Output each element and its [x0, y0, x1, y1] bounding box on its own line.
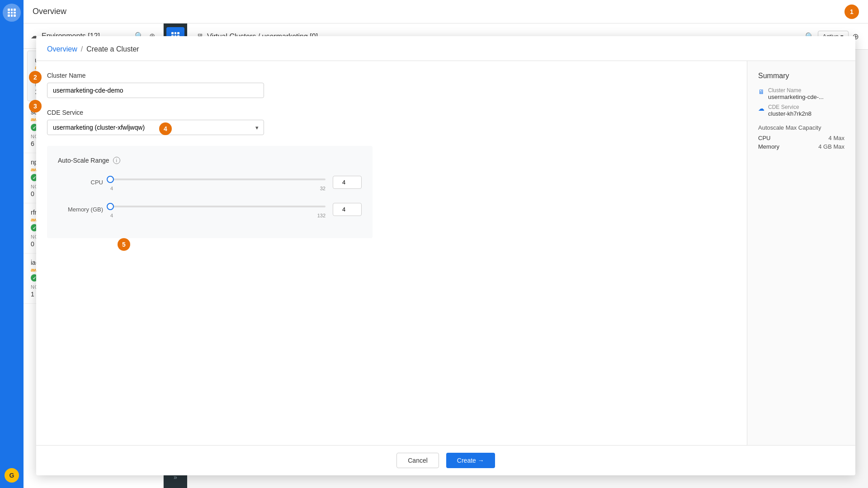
summary-title: Summary [758, 72, 844, 80]
autoscale-section: Auto-Scale Range i CPU [187, 146, 373, 238]
modal-breadcrumb: Overview / Create a Cluster [187, 36, 855, 61]
cluster-name-label: Cluster Name [187, 72, 736, 79]
summary-capacity-title: Autoscale Max Capacity [758, 124, 844, 131]
summary-cloud-icon: ☁ [758, 105, 764, 112]
modal-wrapper: 2 3 4 5 Overview / C [187, 29, 863, 483]
summary-cluster-name-value: usermarketing-cde-... [768, 94, 844, 100]
page-title: Overview [33, 7, 66, 16]
memory-max-label: 132 [317, 213, 326, 218]
cluster-name-input[interactable] [187, 83, 264, 98]
nav-rail: G [0, 0, 24, 488]
summary-server-icon: 🖥 [758, 88, 764, 95]
create-cluster-modal: Overview / Create a Cluster Cluster Name [187, 36, 855, 475]
summary-memory-value: 4 GB Max [818, 143, 844, 150]
summary-cpu-value: 4 Max [829, 135, 844, 141]
cpu-max-label: 32 [320, 186, 326, 191]
cpu-value-input[interactable] [333, 176, 362, 189]
cde-service-label: CDE Service [187, 109, 736, 116]
cpu-slider-track[interactable] [187, 178, 326, 180]
modal-summary: Summary 🖥 Cluster Name usermarketing-cde… [747, 61, 855, 445]
memory-slider-row: Memory (GB) 4 [187, 200, 362, 218]
content-body: ☁ Environments [12] 🔍 ⊕ usermarketing ✏ [24, 23, 868, 488]
summary-cluster-name-label: Cluster Name [768, 87, 844, 94]
nav-grid-icon[interactable] [3, 4, 21, 22]
summary-memory-label: Memory [758, 143, 779, 150]
nav-user-avatar[interactable]: G [5, 468, 19, 483]
summary-cde-label: CDE Service [768, 104, 844, 110]
top-header: Overview 1 [24, 0, 868, 23]
cde-service-select[interactable]: usermarketing (cluster-xfwljwqw) [187, 120, 264, 135]
modal-body: Cluster Name CDE Service usermarketing (… [187, 61, 855, 445]
notification-badge[interactable]: 1 [844, 5, 859, 19]
memory-value-input[interactable] [333, 203, 362, 216]
memory-slider-track[interactable] [187, 206, 326, 207]
virtual-clusters-panel: 🖥 Virtual Clusters / usermarketing [0] 🔍… [187, 23, 868, 488]
cde-service-group: CDE Service usermarketing (cluster-xfwlj… [187, 109, 736, 135]
main-content: Overview 1 ☁ Environments [12] 🔍 ⊕ [24, 0, 868, 488]
summary-cpu-label: CPU [758, 135, 770, 141]
cancel-button[interactable]: Cancel [396, 453, 439, 468]
modal-form: Cluster Name CDE Service usermarketing (… [187, 61, 747, 445]
cpu-slider-row: CPU 4 32 [187, 173, 362, 191]
modal-footer: Cancel Create → [187, 445, 855, 475]
cluster-name-group: Cluster Name [187, 72, 736, 98]
create-button[interactable]: Create → [446, 453, 495, 468]
summary-cde-value: cluster-kh7rk2n8 [768, 110, 844, 117]
